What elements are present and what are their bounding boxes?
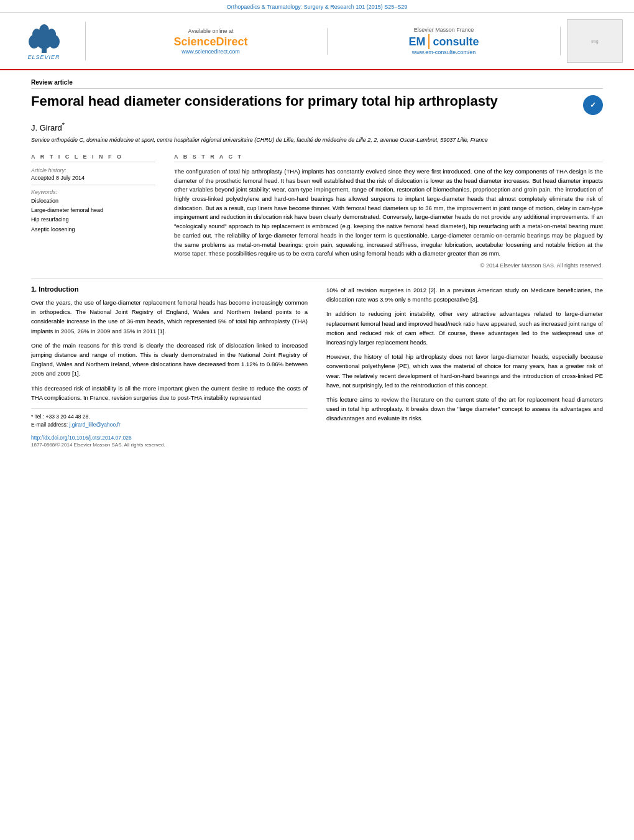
crossref-image: img [567,19,623,63]
direct-text: Direct [216,35,248,48]
footer-doi: http://dx.doi.org/10.1016/j.otsr.2014.07… [31,435,308,441]
intro-para-2: One of the main reasons for this trend i… [31,341,308,379]
footnote-tel: * Tel.: +33 3 20 44 48 28. [31,413,308,421]
right-para-4: This lecture aims to review the literatu… [326,395,603,423]
body-left-column: 1. Introduction Over the years, the use … [31,285,308,448]
em-divider-icon [428,34,430,49]
body-columns: 1. Introduction Over the years, the use … [31,285,603,448]
available-online-label: Available online at [107,28,315,34]
footer-copyright: 1877-0568/© 2014 Elsevier Masson SAS. Al… [31,442,308,448]
article-info-header: A R T I C L E I N F O [31,154,155,162]
keyword-2: Large-diameter femoral head [31,206,155,215]
right-para-1: 10% of all revision surgeries in 2012 [2… [326,285,603,304]
crossmark-badge: ✓ [583,95,603,115]
author-name: J. Girard* [31,121,603,132]
abstract-text: The configuration of total hip arthropla… [174,167,603,259]
svg-text:✓: ✓ [590,101,596,109]
article-title-block: Femoral head diameter considerations for… [31,93,603,115]
elsevier-tree-icon [23,22,65,54]
keywords-label: Keywords: [31,189,155,195]
page: Orthopaedics & Traumatology: Surgery & R… [0,0,634,840]
main-content: Review article Femoral head diameter con… [0,70,634,454]
elsevier-masson-label: Elsevier Masson France [340,27,548,33]
article-history-label: Article history: [31,167,155,173]
elsevier-logo: ELSEVIER [11,22,86,60]
elsevier-masson-block: Elsevier Masson France EM consulte www.e… [328,27,561,55]
info-abstract-columns: A R T I C L E I N F O Article history: A… [31,154,603,269]
elsevier-brand-text: ELSEVIER [27,54,60,60]
keyword-1: Dislocation [31,196,155,206]
doi-link[interactable]: http://dx.doi.org/10.1016/j.otsr.2014.07… [31,435,132,441]
crossmark-icon: ✓ [586,98,600,112]
sciencedirect-url[interactable]: www.sciencedirect.com [107,48,315,55]
right-para-2: In addition to reducing joint instabilit… [326,309,603,347]
body-right-column: 10% of all revision surgeries in 2012 [2… [326,285,603,448]
info-divider [31,185,155,185]
article-info-column: A R T I C L E I N F O Article history: A… [31,154,155,269]
abstract-column: A B S T R A C T The configuration of tot… [174,154,603,269]
author-text: J. Girard [31,123,62,132]
sciencedirect-brand: ScienceDirect [107,35,315,48]
affiliation-text: Service orthopédie C, domaine médecine e… [31,136,603,145]
keywords-list: Dislocation Large-diameter femoral head … [31,196,155,234]
journal-bar: Orthopaedics & Traumatology: Surgery & R… [0,0,634,13]
keyword-3: Hip resurfacing [31,215,155,224]
header-logos: ELSEVIER Available online at ScienceDire… [0,13,634,70]
em-consulte-brand: EM consulte [340,34,548,49]
crossref-block: img [561,19,623,63]
footnotes: * Tel.: +33 3 20 44 48 28. E-mail addres… [31,408,308,429]
section-divider [31,279,603,279]
right-para-3: However, the history of total hip arthro… [326,352,603,390]
article-title-text: Femoral head diameter considerations for… [31,93,577,111]
abstract-header: A B S T R A C T [174,154,603,162]
introduction-heading: 1. Introduction [31,285,308,293]
author-star: * [62,121,65,129]
sciencedirect-block: Available online at ScienceDirect www.sc… [94,28,328,55]
keyword-4: Aseptic loosening [31,225,155,234]
consulte-text: consulte [433,35,479,48]
article-type-label: Review article [31,79,603,89]
em-consulte-url[interactable]: www.em-consulte.com/en [340,49,548,55]
article-history-value: Accepted 8 July 2014 [31,175,155,181]
svg-point-6 [39,24,49,37]
footnote-email-block: E-mail address: j.girard_lille@yahoo.fr [31,421,308,429]
journal-title: Orthopaedics & Traumatology: Surgery & R… [227,4,408,10]
intro-para-1: Over the years, the use of large-diamete… [31,298,308,336]
science-text: Science [173,35,216,48]
intro-body-text: Over the years, the use of large-diamete… [31,298,308,402]
abstract-copyright: © 2014 Elsevier Masson SAS. All rights r… [174,262,603,269]
em-text: EM [408,35,425,48]
email-label: E-mail address: [31,422,68,428]
right-body-text: 10% of all revision surgeries in 2012 [2… [326,285,603,423]
intro-para-3: This decreased risk of instability is al… [31,384,308,402]
email-link[interactable]: j.girard_lille@yahoo.fr [69,422,120,428]
